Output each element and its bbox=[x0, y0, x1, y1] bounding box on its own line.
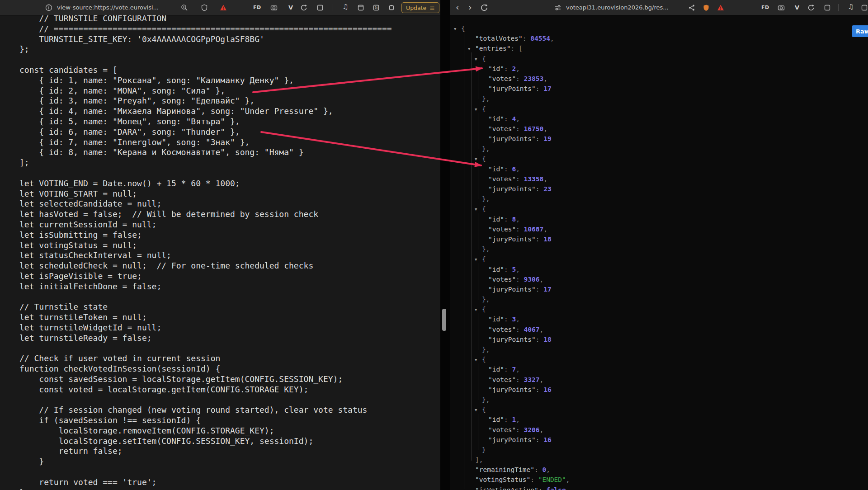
code-line: let VOTING_END = Date.now() + 15 * 60 * … bbox=[19, 179, 392, 189]
code-line bbox=[19, 168, 392, 179]
json-row: "juryPoints": 16 bbox=[450, 435, 868, 445]
code-line: let hasVoted = false; // Will be determi… bbox=[19, 209, 392, 220]
json-row: "id": 2, bbox=[450, 64, 868, 74]
window-box-icon[interactable] bbox=[357, 4, 364, 11]
extension-fd-icon[interactable]: FD bbox=[761, 5, 769, 10]
left-window-toolbar: view-source:https://vote.eurovisi... FD … bbox=[0, 0, 440, 15]
google-box-icon[interactable]: G bbox=[373, 4, 380, 11]
extension-v-icon[interactable]: V bbox=[795, 4, 800, 11]
collapse-arrow-icon[interactable]: ▼ bbox=[454, 24, 456, 34]
code-line: if (savedSession !== sessionId) { bbox=[19, 415, 392, 426]
json-row: "remainingTime": 0, bbox=[450, 465, 868, 475]
json-row: "votes": 4067, bbox=[450, 325, 868, 335]
code-line bbox=[19, 292, 392, 302]
site-settings-icon[interactable] bbox=[554, 4, 561, 11]
json-rows: ▼{"totalVotes": 84554,▼"entries": [▼{"id… bbox=[450, 24, 868, 490]
code-line bbox=[19, 395, 392, 405]
json-row: "votes": 13358, bbox=[450, 174, 868, 184]
code-line: let statusCheckInterval = null; bbox=[19, 250, 392, 261]
json-row: ▼{ bbox=[450, 54, 868, 64]
json-row: "votes": 23853, bbox=[450, 74, 868, 84]
json-row: "votes": 3206, bbox=[450, 425, 868, 435]
json-row: "id": 3, bbox=[450, 314, 868, 324]
json-row: "juryPoints": 19 bbox=[450, 134, 868, 144]
json-row: } bbox=[450, 445, 868, 455]
code-line: { id: 6, name: "DARA", song: "Thunder" }… bbox=[19, 127, 392, 137]
reload-icon[interactable] bbox=[480, 4, 487, 11]
menu-icon: ≡ bbox=[429, 4, 435, 11]
address-url[interactable]: view-source:https://vote.eurovisi... bbox=[57, 4, 159, 11]
svg-text:G: G bbox=[375, 6, 377, 10]
scrollbar-thumb[interactable] bbox=[442, 309, 446, 331]
code-line: TURNSTILE_SITE_KEY: '0x4AAAAAACOGPpPOgla… bbox=[19, 34, 392, 45]
collapse-arrow-icon[interactable]: ▼ bbox=[475, 355, 477, 365]
code-line: { id: 3, name: "Preyah", song: "Еделвайс… bbox=[19, 96, 392, 106]
code-line: // Turnstile state bbox=[19, 302, 392, 312]
extension-v-icon[interactable]: V bbox=[288, 4, 293, 11]
collapse-arrow-icon[interactable]: ▼ bbox=[475, 54, 477, 64]
address-url[interactable]: voteapi31.eurovision2026.bg/res... bbox=[566, 4, 669, 11]
code-line: return voted === 'true'; bbox=[19, 477, 392, 488]
collapse-arrow-icon[interactable]: ▼ bbox=[475, 204, 477, 214]
code-line: let currentSessionId = null; bbox=[19, 220, 392, 230]
extension-fd-icon[interactable]: FD bbox=[253, 5, 261, 10]
json-row: "id": 4, bbox=[450, 114, 868, 124]
json-row: "id": 7, bbox=[450, 364, 868, 374]
collapse-arrow-icon[interactable]: ▼ bbox=[475, 254, 477, 264]
code-line: const savedSession = localStorage.getIte… bbox=[19, 374, 392, 385]
camera-icon[interactable] bbox=[778, 4, 785, 11]
code-line bbox=[19, 344, 392, 354]
code-line: localStorage.setItem(CONFIG.SESSION_KEY,… bbox=[19, 436, 392, 447]
camera-icon[interactable] bbox=[270, 4, 278, 11]
collapse-arrow-icon[interactable]: ▼ bbox=[468, 44, 470, 54]
collapse-arrow-icon[interactable]: ▼ bbox=[475, 154, 477, 164]
json-row: "votes": 16750, bbox=[450, 124, 868, 134]
share-icon[interactable] bbox=[688, 4, 695, 11]
extension-box-icon[interactable] bbox=[316, 4, 324, 11]
raw-data-button[interactable]: Raw bbox=[852, 25, 868, 37]
info-icon[interactable] bbox=[45, 4, 52, 11]
window-box-icon[interactable] bbox=[861, 4, 868, 11]
code-line: // TURNSTILE CONFIGURATION bbox=[19, 15, 392, 24]
warning-triangle-icon[interactable] bbox=[220, 4, 227, 11]
json-row: "juryPoints": 16 bbox=[450, 385, 868, 395]
source-code: // TURNSTILE CONFIGURATION // ==========… bbox=[0, 15, 392, 490]
json-row: ], bbox=[450, 455, 868, 465]
code-line bbox=[19, 467, 392, 477]
code-line: return false; bbox=[19, 446, 392, 457]
extension-box-icon[interactable] bbox=[824, 4, 831, 11]
puzzle-icon[interactable] bbox=[388, 4, 395, 11]
code-line: { id: 7, name: "Innerglow", song: "Знак"… bbox=[19, 137, 392, 148]
json-row: "juryPoints": 17 bbox=[450, 284, 868, 294]
collapse-arrow-icon[interactable]: ▼ bbox=[475, 104, 477, 114]
music-note-icon[interactable]: ♫ bbox=[847, 3, 854, 10]
code-line bbox=[19, 55, 392, 65]
warning-triangle-icon[interactable] bbox=[717, 4, 724, 11]
json-row: ▼{ bbox=[450, 104, 868, 114]
code-line: let turnstileReady = false; bbox=[19, 333, 392, 344]
json-row: ▼{ bbox=[450, 304, 868, 314]
window-divider bbox=[440, 0, 450, 490]
json-row: "votingStatus": "ENDED", bbox=[450, 475, 868, 485]
update-button[interactable]: Update ≡ bbox=[401, 2, 439, 13]
collapse-arrow-icon[interactable]: ▼ bbox=[475, 305, 477, 315]
collapse-arrow-icon[interactable]: ▼ bbox=[475, 405, 477, 415]
code-line: // Check if user voted in current sessio… bbox=[19, 353, 392, 364]
json-row: ▼{ bbox=[450, 154, 868, 164]
code-line: }; bbox=[19, 44, 392, 55]
json-row: "id": 1, bbox=[450, 415, 868, 424]
zoom-icon[interactable] bbox=[181, 4, 188, 11]
back-icon[interactable]: ‹ bbox=[456, 1, 459, 13]
music-note-icon[interactable]: ♫ bbox=[342, 3, 349, 10]
right-window-toolbar: ‹ › voteapi31.eurovision2026.bg/res... F… bbox=[450, 0, 868, 15]
json-row: }, bbox=[450, 294, 868, 304]
shield-icon[interactable] bbox=[703, 4, 710, 11]
json-row: ▼{ bbox=[450, 204, 868, 214]
code-line: } bbox=[19, 457, 392, 467]
forward-icon[interactable]: › bbox=[468, 1, 472, 13]
shield-icon[interactable] bbox=[201, 4, 208, 11]
sync-icon[interactable] bbox=[807, 4, 815, 11]
json-row: "juryPoints": 23 bbox=[450, 184, 868, 194]
toolbar-separator bbox=[838, 4, 839, 11]
sync-icon[interactable] bbox=[300, 4, 307, 11]
